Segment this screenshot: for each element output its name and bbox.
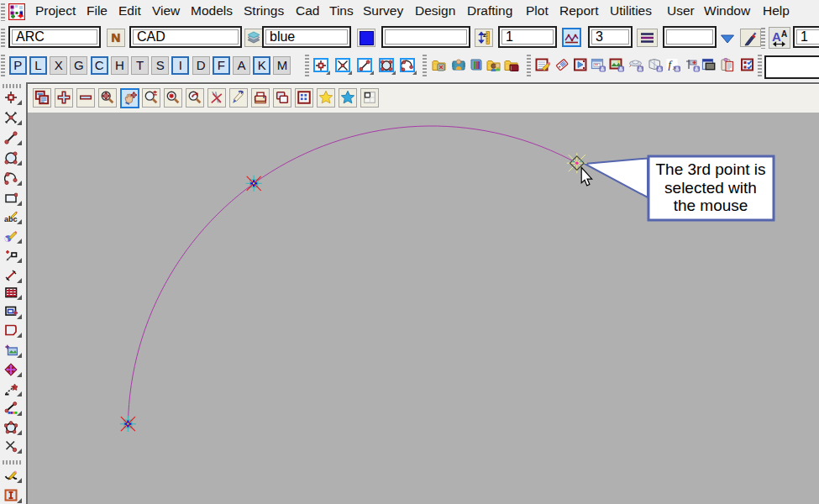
svg-text:the mouse: the mouse <box>674 197 748 214</box>
svg-text:selected with: selected with <box>664 179 757 197</box>
svg-text:The 3rd point is: The 3rd point is <box>656 160 766 178</box>
